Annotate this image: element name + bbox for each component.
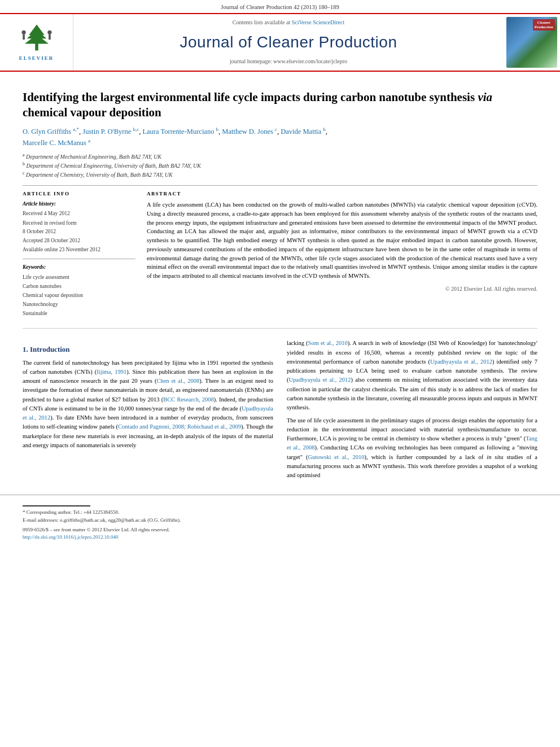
ref-contado: Contado and Pagnoni, 2008; Robichaud et … [118,423,241,430]
elsevier-tree-icon [17,22,56,53]
cleaner-production-badge-section: CleanerProduction [504,14,560,71]
history-heading: Article history: [23,200,135,208]
cleaner-production-badge: CleanerProduction [506,17,557,68]
keyword-5: Sustainable [23,309,135,318]
journal-title: Journal of Cleaner Production [180,31,397,53]
ref-upad2012: Upadhyayula et al., 2012 [23,405,273,421]
author-torrente: Laura Torrente-Murciano [142,128,214,136]
online-date: Available online 23 November 2012 [23,246,135,254]
corresponding-author-note: * Corresponding author. Tel.: +44 122538… [23,509,537,517]
keyword-4: Nanotechnology [23,300,135,309]
top-bar: Journal of Cleaner Production 42 (2013) … [0,0,560,13]
ref-iijima: Iijima, 1991 [97,369,126,375]
intro-right-text-1: lacking (Som et al., 2010). A search in … [287,339,537,412]
article-body: Identifying the largest environmental li… [0,72,560,324]
abstract-col: ABSTRACT A life cycle assessment (LCA) h… [147,190,537,318]
journal-header: ELSEVIER Contents lists available at Sci… [0,13,560,72]
elsevier-logo-section: ELSEVIER [0,14,73,71]
sciverse-line: Contents lists available at SciVerse Sci… [233,19,345,27]
affiliations: a Department of Mechanical Engineering, … [23,152,537,180]
footer-bottom: 0959-6526/$ – see front matter © 2012 El… [23,526,537,540]
section-heading: Introduction [30,345,70,353]
svg-point-7 [47,30,51,34]
article-info-abstract: ARTICLE INFO Article history: Received 4… [23,190,537,318]
footer-separator [23,505,90,506]
author-obyrne: Justin P. O'Byrne [82,128,131,136]
ref-upad-review: Upadhyayula et al., 2012 [289,377,351,383]
ref-som: Som et al., 2010 [308,340,348,346]
keyword-1: Life cycle assessment [23,273,135,282]
cp-badge-image: CleanerProduction [506,17,557,68]
keyword-2: Carbon nanotubes [23,282,135,291]
journal-reference: Journal of Cleaner Production 42 (2013) … [221,4,339,10]
svg-rect-1 [35,43,38,51]
main-content: 1. Introduction The current field of nan… [0,333,560,489]
article-history: Received 4 May 2012 Received in revised … [23,209,135,254]
cp-badge-label: CleanerProduction [533,19,555,31]
doi-link[interactable]: http://dx.doi.org/10.1016/j.jclepro.2012… [23,534,170,541]
intro-left-text: The current field of nanotechnology has … [23,359,273,451]
divider-keywords [23,259,135,259]
revised-date: Received in revised form8 October 2012 [23,219,135,236]
author-mattia: Davide Mattia [281,128,321,136]
issn-text: 0959-6526/$ – see front matter © 2012 El… [23,526,170,534]
author-griffiths: O. Glyn Griffiths [23,128,71,136]
two-col-main: 1. Introduction The current field of nan… [23,339,537,483]
copyright: © 2012 Elsevier Ltd. All rights reserved… [147,285,537,293]
ref-bcc: BCC Research, 2008 [163,396,214,403]
intro-right-text-2: The use of life cycle assessment in the … [287,416,537,480]
received-date: Received 4 May 2012 [23,209,135,218]
author-jones: Matthew D. Jones [222,128,273,136]
page: Journal of Cleaner Production 42 (2013) … [0,0,560,747]
ref-tang: Tang et al., 2008 [287,435,537,451]
divider-main [23,328,537,329]
abstract-text: A life cycle assessment (LCA) has been c… [147,200,537,281]
introduction-left: 1. Introduction The current field of nan… [23,339,273,483]
abstract-label: ABSTRACT [147,190,537,198]
divider-1 [23,185,537,186]
affiliation-a: a Department of Mechanical Engineering, … [23,152,537,161]
keyword-3: Chemical vapour deposition [23,291,135,300]
svg-point-5 [21,30,25,34]
article-info-label: ARTICLE INFO [23,190,135,198]
ref-gutowski: Gutowski et al., 2010 [308,454,364,460]
svg-rect-8 [49,34,51,40]
email-addresses: o.griffiths@bath.ac.uk, ogg20@bath.ac.uk… [60,517,181,523]
sciverse-link[interactable]: SciVerse ScienceDirect [292,19,345,25]
journal-title-center: Contents lists available at SciVerse Sci… [73,14,504,71]
accepted-date: Accepted 28 October 2012 [23,237,135,245]
email-label: E-mail addresses: [23,517,59,523]
section-number: 1. [23,345,28,353]
article-info-col: ARTICLE INFO Article history: Received 4… [23,190,135,318]
ref-upad-et-al: Upadhyayula et al., 2012 [430,359,492,365]
section-title-intro: 1. Introduction [23,344,273,355]
elsevier-wordmark: ELSEVIER [19,55,54,62]
author-mcmanus: Marcelle C. McManus [23,139,86,147]
authors-line: O. Glyn Griffiths a,*, Justin P. O'Byrne… [23,126,537,148]
issn-line: 0959-6526/$ – see front matter © 2012 El… [23,526,170,540]
footer: * Corresponding author. Tel.: +44 122538… [0,495,560,543]
elsevier-logo: ELSEVIER [17,22,56,62]
email-addresses-line: E-mail addresses: o.griffiths@bath.ac.uk… [23,517,537,525]
article-title: Identifying the largest environmental li… [23,90,537,121]
svg-rect-6 [23,34,25,40]
corresponding-author-label: * Corresponding author. Tel.: +44 122538… [23,509,119,515]
introduction-right: lacking (Som et al., 2010). A search in … [287,339,537,483]
affiliation-c: c Department of Chemistry, University of… [23,170,537,179]
keywords-heading: Keywords: [23,264,135,271]
keywords-list: Life cycle assessment Carbon nanotubes C… [23,273,135,318]
affiliation-b: b Department of Chemical Engineering, Un… [23,161,537,170]
journal-homepage: journal homepage: www.elsevier.com/locat… [230,58,347,65]
sciverse-text: Contents lists available at [233,19,292,25]
ref-chen: Chen et al., 2008 [156,378,199,384]
